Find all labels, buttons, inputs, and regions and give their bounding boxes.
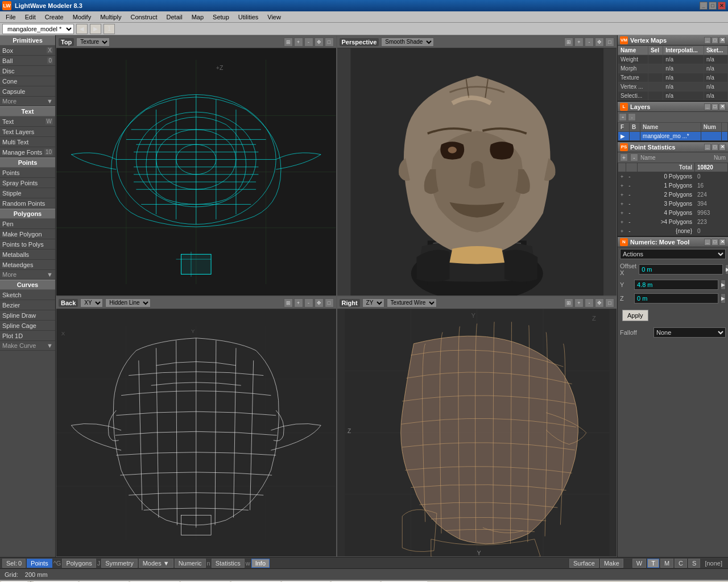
- btn-disc[interactable]: Disc: [0, 66, 55, 76]
- btn-metaballs[interactable]: Metaballs: [0, 250, 55, 260]
- vp-right-axis-select[interactable]: ZY: [362, 298, 384, 307]
- model-select[interactable]: mangalore_model *: [2, 24, 74, 34]
- vertex-maps-maximize[interactable]: □: [712, 37, 718, 44]
- modes-btn[interactable]: Modes ▼: [139, 559, 173, 568]
- viewport-top[interactable]: Top Texture ⊞ + - ✥ □: [56, 35, 337, 296]
- menu-modify[interactable]: Modify: [68, 13, 96, 22]
- btn-text-layers[interactable]: Text Layers: [0, 127, 55, 137]
- vp-right-canvas[interactable]: Z Y: [337, 309, 617, 556]
- vm-row-select[interactable]: Selecti... n/a n/a: [618, 92, 728, 101]
- menu-detail[interactable]: Detail: [162, 13, 187, 22]
- vp-perspective-zoom-fit[interactable]: ⊞: [564, 38, 573, 47]
- vp-right-pan[interactable]: ✥: [595, 298, 604, 307]
- points-mode-btn[interactable]: Points: [27, 559, 52, 568]
- stats-row-4poly[interactable]: + - 4 Polygons 9963: [618, 209, 728, 218]
- close-button[interactable]: ✕: [718, 2, 726, 10]
- vp-perspective-mode-select[interactable]: Smooth Shade: [381, 38, 434, 47]
- offset-z-spin[interactable]: ▶: [721, 293, 726, 304]
- vertex-maps-minimize[interactable]: _: [704, 37, 711, 44]
- vm-row-texture[interactable]: Texture n/a n/a: [618, 73, 728, 82]
- vp-perspective-zoom-in[interactable]: +: [574, 38, 584, 47]
- mode-t[interactable]: T: [647, 559, 659, 568]
- btn-spline-draw[interactable]: Spline Draw: [0, 310, 55, 321]
- btn-make-curve[interactable]: Make Curve▼: [0, 341, 55, 351]
- menu-multiply[interactable]: Multiply: [96, 13, 126, 22]
- btn-capsule[interactable]: Capsule: [0, 86, 55, 97]
- mode-m[interactable]: M: [660, 559, 673, 568]
- stats-row-4plus[interactable]: + - >4 Polygons 223: [618, 218, 728, 227]
- make-btn[interactable]: Make: [600, 559, 623, 568]
- vp-perspective-pan[interactable]: ✥: [595, 38, 604, 47]
- menu-file[interactable]: File: [1, 13, 20, 22]
- btn-random-points[interactable]: Random Points: [0, 198, 55, 209]
- btn-stipple[interactable]: Stipple: [0, 188, 55, 198]
- numeric-minimize[interactable]: _: [704, 239, 711, 246]
- menu-construct[interactable]: Construct: [126, 13, 162, 22]
- mode-w[interactable]: W: [632, 559, 646, 568]
- vp-perspective-canvas[interactable]: [337, 48, 617, 296]
- layers-new[interactable]: +: [619, 113, 627, 121]
- stats-remove[interactable]: -: [630, 153, 638, 161]
- vp-top-mode-select[interactable]: Texture: [76, 38, 110, 47]
- minimize-button[interactable]: _: [700, 2, 708, 10]
- vp-top-canvas[interactable]: +Z: [56, 48, 336, 296]
- viewport-back[interactable]: Back XY Hidden Line ⊞ + - ✥ □: [56, 296, 337, 557]
- viewport-perspective[interactable]: Perspective Smooth Shade ⊞ + - ✥ □: [337, 35, 618, 296]
- statistics-btn[interactable]: Statistics: [212, 559, 245, 568]
- vp-top-fullscreen[interactable]: □: [325, 38, 334, 47]
- point-stats-close[interactable]: ✕: [719, 144, 726, 151]
- btn-box[interactable]: BoxX: [0, 45, 55, 56]
- vp-top-zoom-out[interactable]: -: [304, 38, 313, 47]
- vp-back-zoom-fit[interactable]: ⊞: [284, 298, 293, 307]
- vp-perspective-zoom-out[interactable]: -: [585, 38, 594, 47]
- btn-points-to-polys[interactable]: Points to Polys: [0, 239, 55, 250]
- btn-spray-points[interactable]: Spray Points: [0, 178, 55, 188]
- nav-1[interactable]: 1: [104, 24, 115, 34]
- vp-perspective-fullscreen[interactable]: □: [605, 38, 614, 47]
- btn-pen[interactable]: Pen: [0, 219, 55, 229]
- btn-points[interactable]: Points: [0, 168, 55, 178]
- numeric-close[interactable]: ✕: [719, 239, 726, 246]
- btn-make-polygon[interactable]: Make Polygon: [0, 229, 55, 239]
- vp-right-mode-select[interactable]: Textured Wire: [387, 298, 437, 307]
- vm-row-vertex[interactable]: Vertex ... n/a n/a: [618, 82, 728, 92]
- maximize-button[interactable]: □: [709, 2, 717, 10]
- point-stats-minimize[interactable]: _: [704, 144, 711, 151]
- offset-z-input[interactable]: [634, 293, 718, 304]
- vp-top-zoom-fit[interactable]: ⊞: [284, 38, 293, 47]
- info-btn-info[interactable]: Info: [251, 559, 270, 568]
- stats-row-3poly[interactable]: + - 3 Polygons 394: [618, 199, 728, 209]
- viewport-right[interactable]: Right ZY Textured Wire ⊞ + - ✥ □: [337, 296, 618, 557]
- offset-x-input[interactable]: [639, 264, 723, 275]
- layers-maximize[interactable]: □: [712, 103, 718, 110]
- layers-close[interactable]: ✕: [719, 103, 726, 110]
- layers-minimize[interactable]: _: [704, 103, 711, 110]
- vertex-maps-close[interactable]: ✕: [719, 37, 726, 44]
- symmetry-btn[interactable]: Symmetry: [101, 559, 138, 568]
- btn-sketch[interactable]: Sketch: [0, 290, 55, 300]
- stats-row-0poly[interactable]: + - 0 Polygons 0: [618, 172, 728, 181]
- vp-right-zoom-out[interactable]: -: [585, 298, 594, 307]
- stats-row-2poly[interactable]: + - 2 Polygons 224: [618, 190, 728, 199]
- menu-view[interactable]: View: [263, 13, 286, 22]
- nav-prev[interactable]: ◀: [76, 24, 88, 34]
- nav-next[interactable]: ▶: [90, 24, 101, 34]
- vp-back-zoom-out[interactable]: -: [304, 298, 313, 307]
- layers-delete[interactable]: -: [628, 113, 636, 121]
- menu-utilities[interactable]: Utilities: [234, 13, 263, 22]
- vp-back-mode-select[interactable]: Hidden Line: [105, 298, 151, 307]
- vm-row-morph[interactable]: Morph n/a n/a: [618, 64, 728, 73]
- vp-right-fullscreen[interactable]: □: [605, 298, 614, 307]
- falloff-select[interactable]: None: [653, 327, 726, 338]
- stats-row-1poly[interactable]: + - 1 Polygons 16: [618, 181, 728, 190]
- btn-more-primitives[interactable]: More▼: [0, 97, 55, 106]
- polygons-mode-btn[interactable]: Polygons: [62, 559, 96, 568]
- menu-map[interactable]: Map: [187, 13, 208, 22]
- vp-back-zoom-in[interactable]: +: [294, 298, 303, 307]
- vp-right-zoom-in[interactable]: +: [574, 298, 584, 307]
- vp-top-pan[interactable]: ✥: [315, 38, 324, 47]
- surface-btn[interactable]: Surface: [569, 559, 599, 568]
- point-stats-maximize[interactable]: □: [712, 144, 718, 151]
- offset-x-spin[interactable]: ▶: [725, 264, 728, 275]
- vp-right-zoom-fit[interactable]: ⊞: [564, 298, 573, 307]
